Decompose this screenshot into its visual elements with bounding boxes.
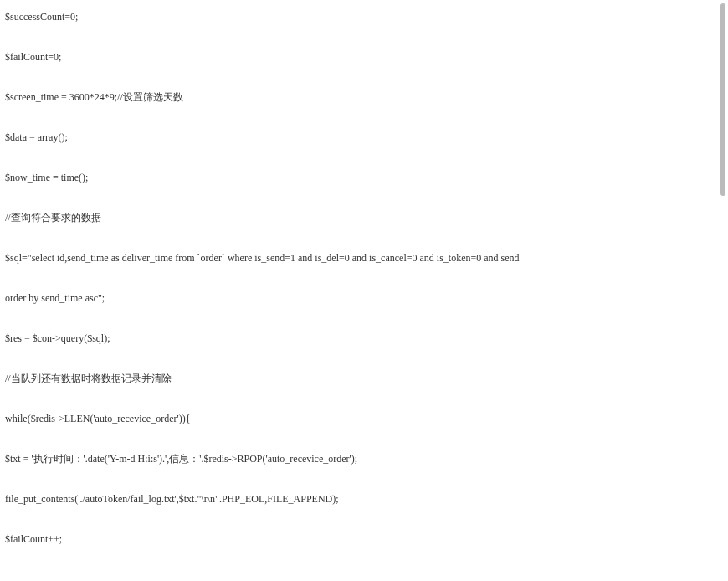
code-block: $successCount=0; $failCount=0; $screen_t… — [5, 10, 728, 571]
code-line: $data = array(); — [5, 131, 728, 144]
code-line: $res = $con->query($sql); — [5, 332, 728, 345]
code-line: $successCount=0; — [5, 10, 728, 23]
scrollbar-track[interactable] — [720, 3, 725, 578]
code-line: //查询符合要求的数据 — [5, 211, 728, 224]
code-line: //当队列还有数据时将数据记录并清除 — [5, 372, 728, 385]
code-line: $txt = '执行时间：'.date('Y-m-d H:i:s').',信息：… — [5, 452, 728, 465]
code-line: file_put_contents('./autoToken/fail_log.… — [5, 492, 728, 506]
scrollbar-thumb[interactable] — [720, 3, 725, 196]
code-line: $failCount++; — [5, 532, 728, 546]
code-line: $now_time = time(); — [5, 171, 728, 184]
code-line: while($redis->LLEN('auto_recevice_order'… — [5, 412, 728, 425]
code-line: order by send_time asc"; — [5, 291, 728, 305]
code-line: $sql="select id,send_time as deliver_tim… — [5, 251, 728, 265]
code-line: $screen_time = 3600*24*9;//设置筛选天数 — [5, 90, 728, 104]
code-line: $failCount=0; — [5, 50, 728, 64]
